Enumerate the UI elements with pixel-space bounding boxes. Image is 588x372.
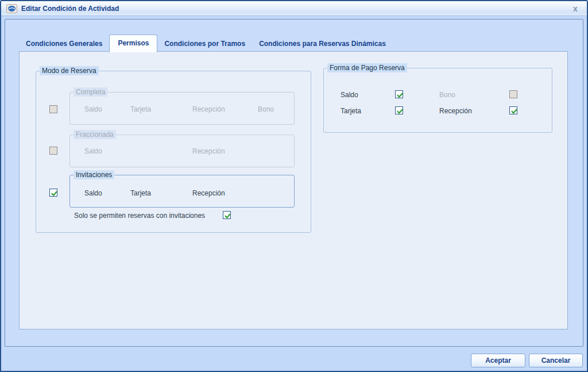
mode-invitaciones-checkbox[interactable] xyxy=(49,189,57,197)
invitaciones-option-tarjeta: Tarjeta xyxy=(130,189,151,197)
pago-bono-label: Bono xyxy=(439,91,455,99)
mode-completa-label: Completa xyxy=(74,87,107,97)
mode-invitaciones-label: Invitaciones xyxy=(74,170,114,179)
pago-tarjeta-checkbox[interactable] xyxy=(395,106,403,114)
only-invitations-checkbox[interactable] xyxy=(223,211,231,219)
app-globe-icon xyxy=(6,4,17,13)
modo-de-reserva-label: Modo de Reserva xyxy=(40,66,99,75)
invitaciones-option-recepcion: Recepción xyxy=(192,189,225,197)
completa-option-recepcion: Recepción xyxy=(192,105,225,113)
invitaciones-option-saldo: Saldo xyxy=(84,189,102,197)
mode-invitaciones-group: Invitaciones Saldo Tarjeta Recepción xyxy=(69,175,295,208)
pago-recepcion-checkbox[interactable] xyxy=(509,106,517,114)
forma-de-pago-group: Forma de Pago Reserva Saldo Bono Tarjeta… xyxy=(323,68,552,133)
modo-de-reserva-group: Modo de Reserva Completa Saldo Tarjeta R… xyxy=(36,71,311,233)
tab-condiciones-reservas-dinamicas[interactable]: Condiciones para Reservas Dinámicas xyxy=(252,37,393,52)
tab-page-permisos: Modo de Reserva Completa Saldo Tarjeta R… xyxy=(19,51,568,329)
pago-bono-checkbox[interactable] xyxy=(509,90,517,98)
cancel-button[interactable]: Cancelar xyxy=(529,354,583,367)
fraccionada-option-recepcion: Recepción xyxy=(192,147,225,155)
dialog-window: Editar Condición de Actividad x Condicio… xyxy=(0,0,588,372)
mode-fraccionada-checkbox[interactable] xyxy=(49,147,57,155)
close-icon[interactable]: x xyxy=(569,2,582,15)
mode-fraccionada-label: Fraccionada xyxy=(74,130,116,139)
pago-tarjeta-label: Tarjeta xyxy=(341,107,361,115)
forma-de-pago-label: Forma de Pago Reserva xyxy=(327,63,407,72)
mode-completa-checkbox[interactable] xyxy=(49,105,57,113)
accept-button[interactable]: Aceptar xyxy=(471,354,525,367)
pago-recepcion-label: Recepción xyxy=(439,107,472,115)
dialog-body-panel: Condiciones Generales Permisos Condicion… xyxy=(5,19,583,347)
only-invitations-label: Solo se permiten reservas con invitacion… xyxy=(74,212,205,220)
tab-condiciones-por-tramos[interactable]: Condiciones por Tramos xyxy=(157,37,252,52)
pago-saldo-label: Saldo xyxy=(341,91,358,99)
title-bar: Editar Condición de Actividad x xyxy=(1,1,587,16)
fraccionada-option-saldo: Saldo xyxy=(84,147,102,155)
tab-permisos[interactable]: Permisos xyxy=(109,34,157,52)
completa-option-saldo: Saldo xyxy=(84,105,102,113)
pago-saldo-checkbox[interactable] xyxy=(395,90,403,98)
mode-fraccionada-group: Fraccionada Saldo Recepción xyxy=(69,135,295,167)
dialog-title: Editar Condición de Actividad xyxy=(21,5,119,13)
completa-option-tarjeta: Tarjeta xyxy=(130,105,151,113)
mode-completa-group: Completa Saldo Tarjeta Recepción Bono xyxy=(69,92,295,125)
completa-option-bono: Bono xyxy=(258,105,274,113)
tab-condiciones-generales[interactable]: Condiciones Generales xyxy=(19,37,109,52)
tab-strip: Condiciones Generales Permisos Condicion… xyxy=(19,35,393,52)
